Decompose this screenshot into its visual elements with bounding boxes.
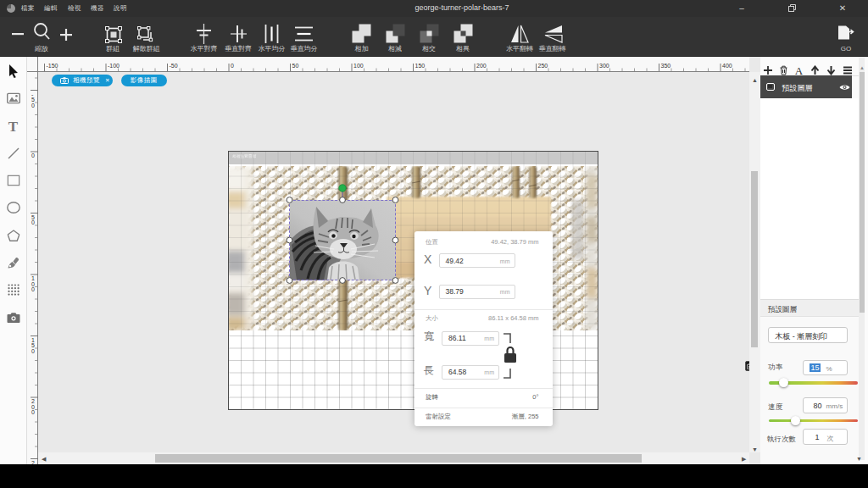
svg-text:300: 300 (599, 63, 609, 69)
svg-text:0: 0 (31, 286, 35, 292)
svg-text:A: A (795, 65, 804, 75)
svg-text:0: 0 (31, 409, 35, 415)
svg-text:200: 200 (476, 63, 487, 69)
svg-text:400: 400 (722, 63, 732, 69)
svg-text:0: 0 (31, 348, 35, 354)
svg-text:100: 100 (353, 63, 364, 69)
svg-text:0: 0 (31, 152, 35, 158)
svg-text:-100: -100 (108, 63, 120, 69)
svg-text:250: 250 (538, 63, 548, 69)
svg-text:-150: -150 (47, 63, 58, 69)
svg-text:0: 0 (231, 63, 234, 69)
svg-text:0: 0 (31, 219, 35, 225)
svg-text:50: 50 (292, 63, 299, 69)
svg-text:-50: -50 (170, 63, 178, 69)
svg-text:350: 350 (661, 63, 671, 69)
svg-text:0: 0 (31, 103, 35, 108)
svg-text:150: 150 (415, 63, 426, 69)
